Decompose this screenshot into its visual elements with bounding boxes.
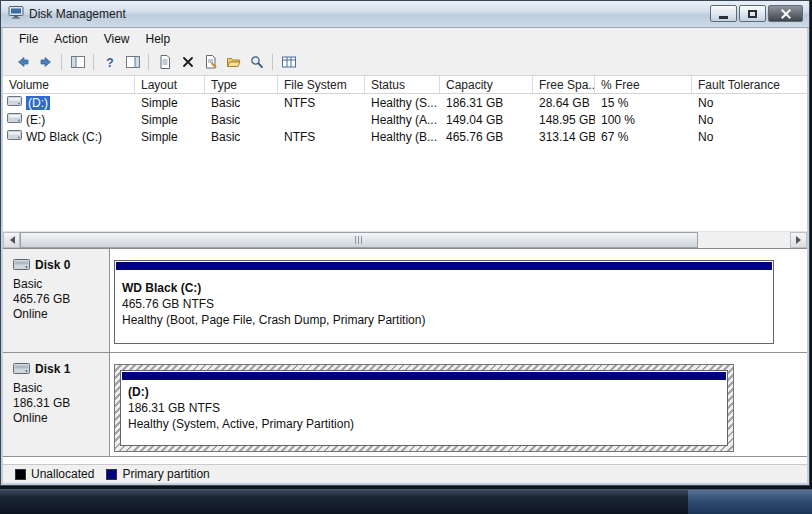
column-header-capacity[interactable]: Capacity [440, 76, 533, 93]
unallocated-swatch [15, 469, 26, 480]
status-cell: Healthy (A... [365, 113, 440, 127]
scroll-left-button[interactable] [3, 232, 20, 248]
taskbar[interactable] [0, 489, 812, 514]
column-header-status[interactable]: Status [365, 76, 440, 93]
type-cell: Basic [205, 96, 278, 110]
disk-size: 186.31 GB [13, 396, 103, 411]
menu-action[interactable]: Action [46, 30, 95, 48]
volume-name-cell: (D:) [3, 95, 135, 110]
layout-cell: Simple [135, 113, 205, 127]
volume-label: WD Black (C:) [26, 130, 102, 144]
thumb-grip [358, 236, 359, 244]
maximize-button[interactable] [739, 5, 766, 22]
column-header-type[interactable]: Type [205, 76, 278, 93]
capacity-cell: 186.31 GB [440, 96, 533, 110]
scrollbar-thumb[interactable] [20, 232, 698, 248]
column-header-fault-tolerance[interactable]: Fault Tolerance [692, 76, 807, 93]
menu-file[interactable]: File [11, 30, 46, 48]
column-header-file-system[interactable]: File System [278, 76, 365, 93]
partition-status: Healthy (Boot, Page File, Crash Dump, Pr… [122, 312, 773, 328]
disk-name: Disk 0 [35, 258, 70, 272]
search-button[interactable] [245, 51, 268, 73]
graphic-empty-area [3, 457, 807, 464]
close-button[interactable] [768, 5, 803, 22]
back-button[interactable] [11, 51, 34, 73]
volume-row-d[interactable]: (D:) Simple Basic NTFS Healthy (S... 186… [3, 94, 807, 111]
disk-type: Basic [13, 381, 103, 396]
status-cell: Healthy (B... [365, 130, 440, 144]
scroll-left-icon [6, 236, 15, 244]
column-header-layout[interactable]: Layout [135, 76, 205, 93]
volume-row-c[interactable]: WD Black (C:) Simple Basic NTFS Healthy … [3, 128, 807, 145]
window-client-area: File Action View Help ? [3, 28, 807, 483]
partition-name: (D:) [128, 384, 727, 400]
toolbar-separator [93, 54, 94, 70]
volume-row-e[interactable]: (E:) Simple Basic Healthy (A... 149.04 G… [3, 111, 807, 128]
views-button[interactable] [277, 51, 300, 73]
column-header-volume[interactable]: Volume [3, 76, 135, 93]
layout-cell: Simple [135, 96, 205, 110]
show-console-tree-icon [70, 54, 86, 70]
magnifier-icon [249, 54, 265, 70]
pct-free-cell: 67 % [595, 130, 692, 144]
thumb-grip [361, 236, 362, 244]
disk-row-1: Disk 1 Basic 186.31 GB Online (D:) [3, 353, 807, 457]
status-cell: Healthy (S... [365, 96, 440, 110]
volume-name-cell: (E:) [3, 112, 135, 127]
menu-help[interactable]: Help [138, 30, 179, 48]
menu-view[interactable]: View [96, 30, 138, 48]
window-title: Disk Management [29, 7, 126, 21]
system-tray[interactable] [688, 490, 812, 514]
disk0-info-panel[interactable]: Disk 0 Basic 465.76 GB Online [3, 249, 110, 352]
drive-icon [7, 95, 22, 110]
forward-button[interactable] [34, 51, 57, 73]
column-header-free-space[interactable]: Free Spa... [533, 76, 595, 93]
show-action-pane-icon [125, 54, 141, 70]
legend-label-primary-partition: Primary partition [122, 467, 209, 481]
delete-button[interactable] [176, 51, 199, 73]
partition-c[interactable]: WD Black (C:) 465.76 GB NTFS Healthy (Bo… [114, 260, 774, 344]
disk-management-icon [8, 4, 24, 24]
pct-free-cell: 15 % [595, 96, 692, 110]
help-button[interactable]: ? [98, 51, 121, 73]
partition-size: 465.76 GB NTFS [122, 296, 773, 312]
disk-type: Basic [13, 277, 103, 292]
show-console-tree-button[interactable] [66, 51, 89, 73]
document-button[interactable] [153, 51, 176, 73]
volume-label: (E:) [26, 113, 45, 127]
title-bar[interactable]: Disk Management [1, 1, 809, 28]
grid-views-icon [281, 54, 297, 70]
show-action-pane-button[interactable] [121, 51, 144, 73]
disk-status: Online [13, 411, 103, 426]
horizontal-scrollbar[interactable] [3, 231, 807, 248]
document-edit-button[interactable] [199, 51, 222, 73]
menu-bar: File Action View Help [3, 28, 807, 49]
toolbar-separator [61, 54, 62, 70]
pct-free-cell: 100 % [595, 113, 692, 127]
disk-row-0: Disk 0 Basic 465.76 GB Online WD Black (… [3, 249, 807, 353]
scrollbar-track[interactable] [20, 232, 790, 248]
open-folder-button[interactable] [222, 51, 245, 73]
legend-bar: Unallocated Primary partition [3, 464, 807, 483]
disk-status: Online [13, 307, 103, 322]
scroll-right-button[interactable] [790, 232, 807, 248]
minimize-button[interactable] [710, 5, 737, 22]
help-icon: ? [102, 54, 118, 70]
list-empty-area [3, 145, 807, 231]
column-header-pct-free[interactable]: % Free [595, 76, 692, 93]
selected-partition-hatch: (D:) 186.31 GB NTFS Healthy (System, Act… [114, 364, 734, 452]
capacity-cell: 149.04 GB [440, 113, 533, 127]
fault-tolerance-cell: No [692, 96, 807, 110]
list-header: Volume Layout Type File System Status Ca… [3, 76, 807, 94]
svg-text:?: ? [106, 56, 113, 70]
drive-icon [7, 129, 22, 144]
primary-partition-band [122, 372, 726, 380]
drive-icon [7, 112, 22, 127]
type-cell: Basic [205, 130, 278, 144]
free-space-cell: 28.64 GB [533, 96, 595, 110]
disk1-info-panel[interactable]: Disk 1 Basic 186.31 GB Online [3, 353, 110, 456]
partition-d[interactable]: (D:) 186.31 GB NTFS Healthy (System, Act… [120, 370, 728, 446]
disk-size: 465.76 GB [13, 292, 103, 307]
disk0-graphic-area: WD Black (C:) 465.76 GB NTFS Healthy (Bo… [110, 249, 807, 352]
forward-icon [38, 54, 54, 70]
